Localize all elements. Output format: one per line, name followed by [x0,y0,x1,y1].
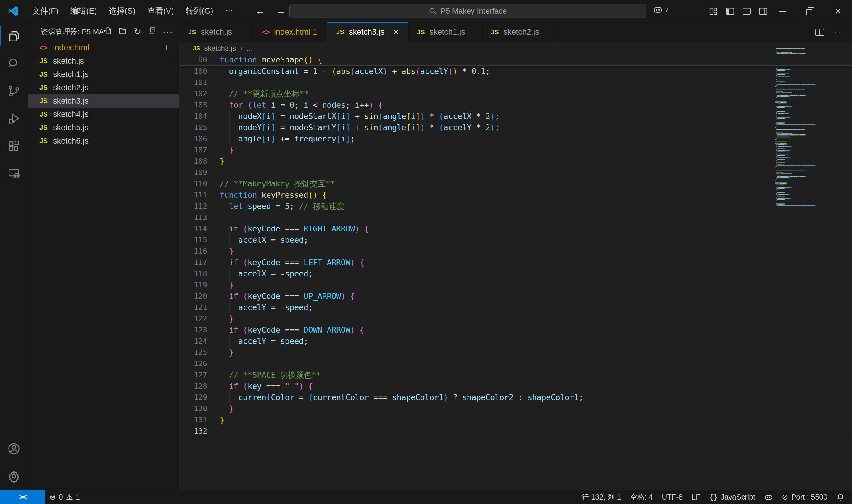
activity-settings[interactable] [0,462,28,490]
indent-guide [220,144,220,156]
forward-arrow-icon[interactable]: → [276,6,286,17]
activity-run-debug[interactable] [0,105,28,132]
file-item-sketch.js[interactable]: JSsketch.js [28,54,179,68]
status-cursor-position[interactable]: 行 132, 列 1 [577,490,625,504]
status-bar: >< ⊗ 0 ⚠ 1 行 132, 列 1空格: 4UTF-8LF{}JavaS… [0,490,852,504]
copilot-button[interactable]: ∨ [653,5,669,15]
error-icon: ⊗ [50,492,56,502]
remote-indicator[interactable]: >< [0,490,45,504]
code-text: accelY = speed; [220,336,852,347]
command-center[interactable]: P5 Makey Interface [289,3,646,18]
line-content: } [211,280,852,291]
menu-item-1[interactable]: 编辑(E) [65,3,102,18]
activity-remote-explorer[interactable] [0,160,28,187]
code-area[interactable]: 90function moveShape() { 100 organicCons… [179,54,852,437]
activity-source-control[interactable] [0,77,28,105]
vscode-window: 文件(F)编辑(E)选择(S)查看(V)转到(G)··· ← → P5 Make… [0,0,852,504]
more-button[interactable]: ··· [834,27,845,37]
code-line-103: 103 for (let i = 0; i < nodes; i++) { [179,100,852,111]
code-line-126: 126 [179,358,852,370]
status-live-server-port[interactable]: ⊘Port : 5500 [777,490,832,504]
status-notifications[interactable] [832,490,849,504]
error-count: 0 [59,493,63,501]
js-file-icon: JS [188,29,196,36]
split-editor-button[interactable] [815,29,824,36]
customize-layout-button[interactable] [707,4,720,18]
refresh-button[interactable]: ↻ [134,27,141,36]
close-button[interactable]: × [824,0,852,22]
menu-item-2[interactable]: 选择(S) [104,3,140,18]
breadcrumb-more[interactable]: ... [247,44,253,52]
sticky-scroll-line[interactable]: 90function moveShape() { [179,54,852,66]
file-item-sketch3.js[interactable]: JSsketch3.js [28,94,179,108]
toggle-secondary-sidebar-button[interactable] [757,4,770,18]
menu-item-3[interactable]: 查看(V) [142,3,179,18]
code-line-127: 127 // **SPACE 切换颜色** [179,370,852,381]
toggle-panel-button[interactable] [740,4,754,18]
code-text: currentColor = (currentColor === shapeCo… [220,392,852,403]
menu-item-4[interactable]: 转到(G) [181,3,218,18]
toggle-sidebar-button[interactable] [723,4,737,18]
new-file-button[interactable] [103,26,112,37]
restore-button[interactable] [796,0,824,22]
file-item-sketch1.js[interactable]: JSsketch1.js [28,68,179,81]
code-line-124: 124 accelY = speed; [179,336,852,347]
status-copilot[interactable] [760,490,777,504]
line-number: 107 [179,144,211,156]
more-button[interactable]: ··· [162,26,173,37]
status-encoding[interactable]: UTF-8 [657,490,687,504]
gear-icon [7,469,21,483]
file-item-index.html[interactable]: <>index.html1 [28,41,179,54]
line-content: } [211,403,852,414]
menu-item-0[interactable]: 文件(F) [27,3,63,18]
status-eol[interactable]: LF [687,490,705,504]
tab-sketch2.js[interactable]: JSsketch2.js [482,22,556,42]
line-number: 108 [179,156,211,167]
tab-index.html[interactable]: <>index.html 1 [253,22,327,42]
status-indentation[interactable]: 空格: 4 [625,490,657,504]
close-tab-icon[interactable]: × [393,26,399,38]
copilot-icon [764,493,773,502]
breadcrumb[interactable]: JS sketch3.js › ... [179,42,852,54]
file-item-sketch5.js[interactable]: JSsketch5.js [28,121,179,134]
line-content: nodeY[i] = nodeStartY[i] + sin(angle[i])… [211,122,852,133]
code-text: if (keyCode === UP_ARROW) { [220,291,852,302]
indent-guide [220,100,220,111]
status-language-mode[interactable]: {}JavaScript [705,490,760,504]
tab-sketch.js[interactable]: JSsketch.js [179,22,253,42]
indent-guide [220,234,220,246]
line-content: accelX = speed; [211,234,852,246]
file-name: sketch2.js [53,83,89,92]
code-text: accelY = -speed; [220,302,852,313]
tab-sketch1.js[interactable]: JSsketch1.js [408,22,482,42]
line-number: 103 [179,100,211,111]
file-item-sketch6.js[interactable]: JSsketch6.js [28,134,179,148]
line-number: 109 [179,167,211,178]
back-arrow-icon[interactable]: ← [255,6,265,17]
minimap[interactable] [775,48,819,208]
activity-extensions[interactable] [0,132,28,160]
activity-explorer[interactable] [0,22,28,50]
tab-sketch3.js[interactable]: JSsketch3.js× [327,22,408,42]
explorer-actions: ↻··· [103,26,173,37]
activity-search[interactable] [0,50,28,77]
line-content: } [211,313,852,324]
indent-guide [220,77,220,88]
menu-item-5[interactable]: ··· [220,3,238,18]
tab-actions: ··· [815,22,845,42]
new-folder-button[interactable] [119,26,128,37]
line-content: nodeX[i] = nodeStartX[i] + sin(angle[i])… [211,111,852,122]
file-item-sketch2.js[interactable]: JSsketch2.js [28,81,179,94]
minimize-button[interactable] [768,0,796,22]
file-item-sketch4.js[interactable]: JSsketch4.js [28,108,179,121]
activity-account[interactable] [0,435,28,462]
collapse-all-button[interactable] [147,26,157,37]
line-content [211,426,852,437]
editor-group[interactable]: JSsketch.js<>index.html 1JSsketch3.js×JS… [179,22,852,490]
indent-guide [220,358,220,370]
breadcrumb-file[interactable]: sketch3.js [204,44,236,52]
line-number: 100 [179,66,211,77]
code-line-119: 119 } [179,280,852,291]
extensions-icon [7,139,21,153]
problems-status[interactable]: ⊗ 0 ⚠ 1 [45,490,84,504]
